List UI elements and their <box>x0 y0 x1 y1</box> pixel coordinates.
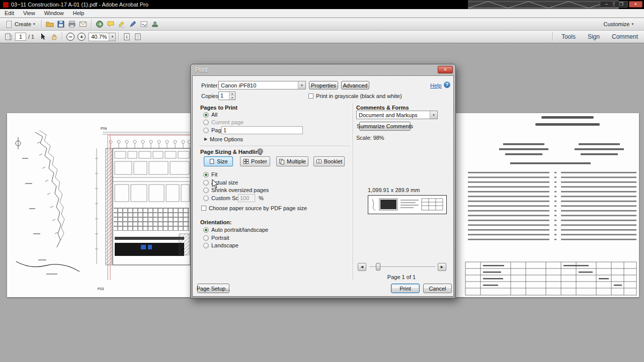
current-page-label: Current page <box>211 119 244 125</box>
menu-window[interactable]: Window <box>40 10 68 16</box>
customize-button[interactable]: Customize ▾ <box>600 20 637 29</box>
zoom-caret-icon: ▼ <box>109 33 115 41</box>
select-tool-icon[interactable] <box>37 32 48 42</box>
print-dialog-titlebar[interactable]: Print × <box>191 64 455 75</box>
scrolling-mode-icon[interactable] <box>121 32 132 42</box>
page-setup-button[interactable]: Page Setup... <box>197 284 229 293</box>
hand-tool-icon[interactable] <box>48 32 59 42</box>
customize-button-label: Customize <box>604 21 630 27</box>
custom-scale-radio[interactable] <box>203 196 209 201</box>
printer-select-value: Canon iPF810 <box>219 82 298 88</box>
more-options-link[interactable]: More Options <box>210 136 243 142</box>
custom-scale-input[interactable]: 100 <box>238 194 255 202</box>
help-icon[interactable]: ? <box>444 81 450 88</box>
copies-stepper[interactable]: 1 ▲▼ <box>218 92 235 100</box>
highlight-icon[interactable] <box>116 19 127 30</box>
close-window-button[interactable]: × <box>629 1 642 8</box>
create-button-label: Create <box>15 21 31 27</box>
comment-icon[interactable] <box>105 19 116 30</box>
shrink-pages-label: Shrink oversized pages <box>211 187 269 193</box>
size-mode-button[interactable]: Size <box>204 156 233 166</box>
page-dimensions-label: 1,099.91 x 289.9 mm <box>368 187 420 193</box>
page-setup-label: Page Setup... <box>197 286 230 292</box>
page-info-label: Page 1 of 1 <box>356 274 447 280</box>
print-dialog-title: Print <box>195 66 208 73</box>
summarize-comments-button[interactable]: Summarize Comments <box>359 122 411 131</box>
next-page-button[interactable]: ▶ <box>438 263 446 271</box>
page-thumbnails-icon[interactable] <box>3 32 14 42</box>
pages-range-input[interactable]: 1 <box>221 126 303 134</box>
toolbar-separator <box>552 32 553 41</box>
fit-radio[interactable] <box>203 172 209 177</box>
page-slider-thumb[interactable] <box>376 263 380 270</box>
help-link[interactable]: Help <box>430 82 442 88</box>
sign-pen-icon[interactable] <box>127 19 138 30</box>
minimize-button[interactable]: – <box>600 1 613 8</box>
zoom-in-button[interactable]: + <box>77 33 86 41</box>
auto-orientation-radio[interactable] <box>203 227 209 233</box>
size-mode-label: Size <box>217 158 227 164</box>
section-divider <box>199 146 350 147</box>
printer-select[interactable]: Canon iPF810 ▼ <box>218 81 306 89</box>
advanced-button[interactable]: Advanced <box>341 81 369 89</box>
acrobat-app-icon <box>3 2 9 8</box>
multiple-icon <box>279 158 285 164</box>
booklet-mode-button[interactable]: Booklet <box>313 156 345 166</box>
current-page-radio[interactable] <box>203 120 209 125</box>
auto-orientation-label: Auto portrait/landscape <box>211 227 268 233</box>
zoom-level-dropdown[interactable]: 40.7% ▼ <box>89 33 116 41</box>
comments-forms-select[interactable]: Document and Markups ▼ <box>356 111 438 119</box>
comment-panel-tab[interactable]: Comment <box>606 33 644 40</box>
portrait-radio[interactable] <box>203 235 209 241</box>
properties-button[interactable]: Properties <box>309 81 338 89</box>
dialog-close-button[interactable]: × <box>438 66 453 73</box>
cancel-button[interactable]: Cancel <box>423 284 452 293</box>
sign-panel-tab[interactable]: Sign <box>582 33 606 40</box>
copies-label: Copies: <box>201 93 220 99</box>
paper-source-checkbox[interactable] <box>201 206 206 211</box>
comments-forms-heading: Comments & Forms <box>356 105 409 111</box>
poster-mode-button[interactable]: Poster <box>240 156 270 166</box>
print-icon[interactable] <box>66 19 77 30</box>
page-number-input[interactable]: 1 <box>15 33 26 41</box>
multiple-mode-button[interactable]: Multiple <box>276 156 308 166</box>
fill-sign-icon[interactable] <box>138 19 149 30</box>
create-caret-icon: ▾ <box>33 22 35 26</box>
window-titlebar[interactable]: 03~11 Construction-17 A-01 (1).pdf - Ado… <box>0 0 644 9</box>
menu-help[interactable]: Help <box>68 10 89 16</box>
pages-all-radio[interactable] <box>203 112 209 118</box>
preview-drawing <box>368 196 446 214</box>
mouse-cursor <box>212 179 219 189</box>
stamp-icon[interactable] <box>149 19 160 30</box>
create-button[interactable]: Create ▾ <box>2 19 39 30</box>
toolbar-separator <box>41 20 42 29</box>
restore-button[interactable]: ❒ <box>614 1 628 8</box>
actual-size-radio[interactable] <box>203 180 209 186</box>
email-icon[interactable] <box>77 19 89 30</box>
printer-label: Printer: <box>201 82 219 88</box>
zoom-out-button[interactable]: − <box>66 33 74 41</box>
landscape-radio[interactable] <box>203 243 209 248</box>
copies-spin-arrows[interactable]: ▲▼ <box>229 92 235 100</box>
print-button[interactable]: Print <box>391 284 420 293</box>
grid-label-p03: P03 <box>98 287 104 291</box>
fit-page-icon[interactable] <box>132 32 143 42</box>
info-icon[interactable]: i <box>257 148 263 154</box>
fit-label: Fit <box>211 171 217 177</box>
open-file-icon[interactable] <box>44 19 55 30</box>
pages-range-radio[interactable] <box>203 128 209 133</box>
window-title: 03~11 Construction-17 A-01 (1).pdf - Ado… <box>11 2 148 8</box>
screen: 03~11 Construction-17 A-01 (1).pdf - Ado… <box>0 0 644 362</box>
share-icon[interactable] <box>94 19 105 30</box>
menu-edit[interactable]: Edit <box>0 10 19 16</box>
grayscale-checkbox[interactable] <box>308 94 313 99</box>
booklet-mode-label: Booklet <box>324 158 343 164</box>
tools-panel-tab[interactable]: Tools <box>555 33 582 40</box>
scale-readout: Scale: 98% <box>356 135 384 141</box>
menu-view[interactable]: View <box>19 10 40 16</box>
navigation-toolbar: 1 / 1 − + 40.7% ▼ Tools Sign Comment <box>0 31 644 43</box>
shrink-pages-radio[interactable] <box>203 188 209 193</box>
comments-forms-caret-icon: ▼ <box>430 111 437 119</box>
save-icon[interactable] <box>55 19 66 30</box>
previous-page-button[interactable]: ◀ <box>358 263 366 271</box>
